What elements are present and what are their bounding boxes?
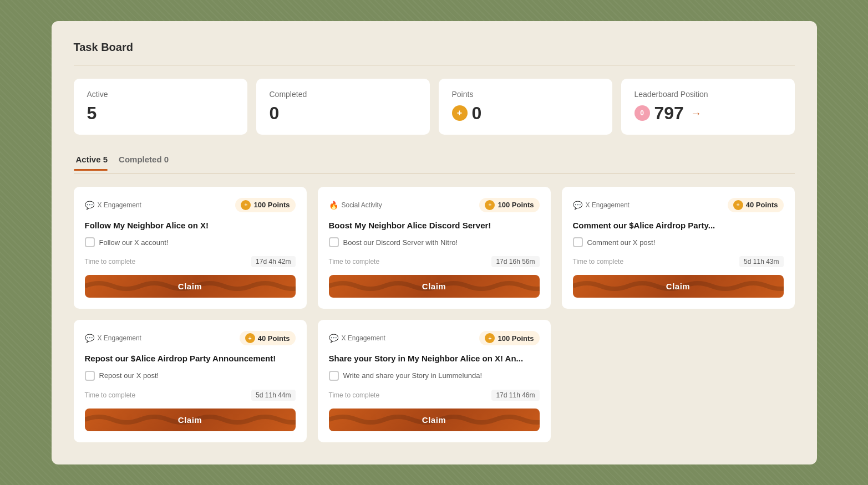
x-engagement-icon-4: 💬 (329, 334, 338, 343)
leaderboard-arrow-icon: → (691, 107, 702, 120)
claim-button-2[interactable]: Claim (573, 275, 784, 298)
x-engagement-icon-2: 💬 (573, 201, 582, 210)
card-task-3: Repost our X post! (85, 371, 296, 381)
task-check-0 (85, 237, 95, 247)
card-footer-3: Time to complete 5d 11h 44m (85, 390, 296, 401)
task-check-4 (329, 371, 339, 381)
time-label-4: Time to complete (329, 391, 380, 399)
card-header-2: 💬 X Engagement + 40 Points (573, 198, 784, 212)
task-card-2: 💬 X Engagement + 40 Points Comment our $… (562, 187, 795, 309)
stat-card-completed: Completed 0 (256, 79, 430, 135)
card-category-0: 💬 X Engagement (85, 201, 141, 210)
card-title-0: Follow My Neighbor Alice on X! (85, 220, 296, 231)
cards-grid: 💬 X Engagement + 100 Points Follow My Ne… (74, 187, 795, 442)
tab-completed-count: 0 (164, 155, 169, 164)
card-footer-4: Time to complete 17d 11h 46m (329, 390, 540, 401)
time-value-0: 17d 4h 42m (251, 256, 295, 267)
points-badge-icon-0: + (241, 200, 251, 210)
card-title-2: Comment our $Alice Airdrop Party... (573, 220, 784, 231)
task-card-3: 💬 X Engagement + 40 Points Repost our $A… (74, 320, 307, 442)
card-footer-1: Time to complete 17d 16h 56m (329, 256, 540, 267)
leaderboard-label: Leaderboard Position (634, 90, 781, 99)
time-value-2: 5d 11h 43m (739, 256, 783, 267)
points-badge-1: + 100 Points (479, 198, 539, 212)
points-badge-0: + 100 Points (235, 198, 295, 212)
card-header-3: 💬 X Engagement + 40 Points (85, 331, 296, 345)
main-container: Task Board Active 5 Completed 0 Points +… (52, 21, 817, 464)
active-label: Active (87, 90, 234, 99)
task-card-1: 🔥 Social Activity + 100 Points Boost My … (318, 187, 551, 309)
points-badge-icon-3: + (245, 333, 255, 343)
tab-active[interactable]: Active 5 (74, 150, 117, 171)
time-label-3: Time to complete (85, 391, 136, 399)
header-divider (74, 65, 795, 65)
completed-label: Completed (270, 90, 417, 99)
tabs-row: Active 5 Completed 0 (74, 150, 795, 171)
tab-completed[interactable]: Completed 0 (116, 150, 177, 171)
card-header-0: 💬 X Engagement + 100 Points (85, 198, 296, 212)
claim-button-0[interactable]: Claim (85, 275, 296, 298)
card-category-3: 💬 X Engagement (85, 334, 141, 343)
card-category-1: 🔥 Social Activity (329, 201, 382, 210)
points-badge-2: + 40 Points (728, 198, 784, 212)
stat-card-leaderboard: Leaderboard Position 0 797 → (621, 79, 795, 135)
task-card-0: 💬 X Engagement + 100 Points Follow My Ne… (74, 187, 307, 309)
card-title-1: Boost My Neighbor Alice Discord Server! (329, 220, 540, 231)
social-activity-icon-1: 🔥 (329, 201, 338, 210)
card-header-4: 💬 X Engagement + 100 Points (329, 331, 540, 345)
tabs-divider (74, 173, 795, 173)
time-label-0: Time to complete (85, 258, 136, 266)
card-footer-0: Time to complete 17d 4h 42m (85, 256, 296, 267)
x-engagement-icon-0: 💬 (85, 201, 94, 210)
points-badge-4: + 100 Points (479, 331, 539, 345)
points-badge-icon-4: + (485, 333, 495, 343)
claim-button-4[interactable]: Claim (329, 409, 540, 431)
points-icon: + (452, 105, 468, 121)
points-badge-icon-1: + (485, 200, 495, 210)
time-value-3: 5d 11h 44m (251, 390, 295, 401)
points-badge-icon-2: + (733, 200, 743, 210)
claim-button-1[interactable]: Claim (329, 275, 540, 298)
tab-active-count: 5 (103, 155, 108, 164)
leaderboard-badge: 0 (634, 105, 650, 121)
points-badge-3: + 40 Points (240, 331, 296, 345)
leaderboard-value: 0 797 → (634, 103, 781, 124)
page-title: Task Board (74, 41, 795, 54)
completed-value: 0 (270, 103, 417, 124)
task-check-1 (329, 237, 339, 247)
card-task-2: Comment our X post! (573, 237, 784, 247)
task-card-4: 💬 X Engagement + 100 Points Share your S… (318, 320, 551, 442)
x-engagement-icon-3: 💬 (85, 334, 94, 343)
stat-card-active: Active 5 (74, 79, 247, 135)
card-task-1: Boost our Discord Server with Nitro! (329, 237, 540, 247)
points-label: Points (452, 90, 599, 99)
card-footer-2: Time to complete 5d 11h 43m (573, 256, 784, 267)
points-value: + 0 (452, 103, 599, 124)
card-task-0: Follow our X account! (85, 237, 296, 247)
card-category-2: 💬 X Engagement (573, 201, 630, 210)
card-category-4: 💬 X Engagement (329, 334, 385, 343)
time-value-4: 17d 11h 46m (491, 390, 539, 401)
stat-card-points: Points + 0 (439, 79, 612, 135)
time-label-1: Time to complete (329, 258, 380, 266)
task-check-3 (85, 371, 95, 381)
card-title-4: Share your Story in My Neighbor Alice on… (329, 353, 540, 364)
time-label-2: Time to complete (573, 258, 624, 266)
stats-row: Active 5 Completed 0 Points + 0 Leaderbo… (74, 79, 795, 135)
card-title-3: Repost our $Alice Airdrop Party Announce… (85, 353, 296, 364)
task-check-2 (573, 237, 583, 247)
time-value-1: 17d 16h 56m (491, 256, 539, 267)
claim-button-3[interactable]: Claim (85, 409, 296, 431)
card-header-1: 🔥 Social Activity + 100 Points (329, 198, 540, 212)
active-value: 5 (87, 103, 234, 124)
card-task-4: Write and share your Story in Lummelunda… (329, 371, 540, 381)
